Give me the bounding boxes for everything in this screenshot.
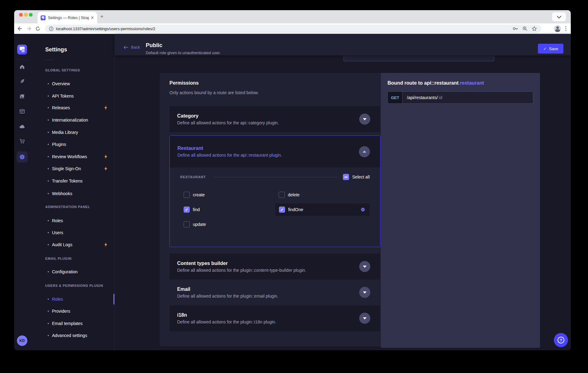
route-param: :id bbox=[438, 95, 442, 100]
content-type-builder-icon[interactable] bbox=[14, 108, 30, 114]
expand-button[interactable] bbox=[359, 114, 370, 125]
create-checkbox[interactable] bbox=[184, 192, 190, 198]
home-icon[interactable] bbox=[14, 64, 30, 70]
save-button[interactable]: ✓ Save bbox=[538, 44, 563, 54]
zoom-page-icon[interactable] bbox=[522, 26, 527, 31]
sidebar-item-plugins[interactable]: Plugins bbox=[30, 139, 115, 150]
media-library-icon[interactable] bbox=[14, 94, 30, 100]
new-tab-button[interactable]: + bbox=[100, 14, 104, 20]
permission-create[interactable]: create bbox=[180, 192, 275, 198]
tab-close-icon[interactable]: ✕ bbox=[91, 15, 94, 20]
description-field-bottom-edge[interactable] bbox=[344, 55, 494, 61]
close-window-button[interactable] bbox=[19, 13, 23, 17]
sidebar-item-single-sign-on[interactable]: Single Sign-On bbox=[30, 163, 115, 174]
sidebar-item-up-roles[interactable]: Roles bbox=[30, 294, 115, 305]
sidebar-item-configuration[interactable]: Configuration bbox=[30, 266, 115, 277]
sidebar-item-media-library[interactable]: Media Library bbox=[30, 127, 115, 138]
rail-divider bbox=[17, 60, 28, 60]
deployments-cloud-icon[interactable] bbox=[14, 123, 30, 130]
bullet-icon bbox=[48, 323, 49, 324]
accordion-restaurant-header[interactable]: Restaurant Define all allowed actions fo… bbox=[170, 136, 380, 167]
accordion-i18n[interactable]: i18n Define all allowed actions for the … bbox=[169, 305, 380, 331]
sidebar-item-providers[interactable]: Providers bbox=[30, 306, 115, 317]
sidebar-item-internationalization[interactable]: Internationalization bbox=[30, 114, 115, 126]
zoom-window-button[interactable] bbox=[29, 13, 33, 17]
sidebar-item-audit-logs[interactable]: Audit Logs bbox=[30, 239, 115, 250]
permission-update[interactable]: update bbox=[180, 221, 275, 227]
collapse-button[interactable] bbox=[359, 146, 370, 157]
password-key-icon[interactable] bbox=[513, 26, 518, 31]
bound-route-title: Bound route to api::restaurant.restauran… bbox=[387, 80, 533, 86]
settings-nav-item[interactable] bbox=[17, 151, 28, 162]
update-checkbox[interactable] bbox=[184, 221, 190, 227]
accordion-content-types-builder[interactable]: Content types builder Define all allowed… bbox=[169, 254, 380, 279]
route-display: GET /api/restaurants/:id bbox=[387, 91, 533, 104]
accordion-category[interactable]: Category Define all allowed actions for … bbox=[169, 106, 380, 132]
bullet-icon bbox=[48, 168, 49, 169]
sidebar-item-review-workflows[interactable]: Review Workflows bbox=[30, 151, 115, 162]
sidebar-item-api-tokens[interactable]: API Tokens bbox=[30, 90, 115, 102]
accordion-email[interactable]: Email Define all allowed actions for the… bbox=[169, 279, 380, 305]
chevron-down-icon bbox=[363, 317, 367, 319]
main-nav-rail: KD bbox=[14, 34, 30, 350]
arrow-left-icon bbox=[124, 46, 129, 49]
chevron-down-icon bbox=[557, 14, 561, 18]
bullet-icon bbox=[48, 311, 49, 312]
sidebar-item-advanced-settings[interactable]: Advanced settings bbox=[30, 330, 115, 341]
select-all-checkbox[interactable] bbox=[343, 174, 349, 180]
sidebar-item-overview[interactable]: Overview bbox=[30, 78, 115, 89]
permission-findone-selected[interactable]: ✓ findOne bbox=[275, 203, 370, 216]
sidebar-item-admin-roles[interactable]: Roles bbox=[30, 215, 115, 226]
delete-checkbox[interactable] bbox=[279, 192, 285, 198]
http-method-badge: GET bbox=[388, 92, 403, 103]
sidebar-item-users[interactable]: Users bbox=[30, 227, 115, 238]
expand-button[interactable] bbox=[359, 313, 370, 324]
permissions-panel: Permissions Only actions bound by a rout… bbox=[160, 73, 390, 346]
findone-checkbox[interactable]: ✓ bbox=[279, 207, 285, 213]
sidebar-item-webhooks[interactable]: Webhooks bbox=[30, 188, 115, 199]
sidebar-item-releases[interactable]: Releases bbox=[30, 102, 115, 113]
sidebar-item-email-templates[interactable]: Email templates bbox=[30, 318, 115, 329]
reload-button[interactable] bbox=[34, 23, 42, 34]
site-info-icon[interactable] bbox=[49, 26, 54, 31]
back-button[interactable] bbox=[15, 23, 24, 34]
select-all-control[interactable]: Select all bbox=[343, 174, 370, 180]
forward-button[interactable] bbox=[25, 23, 33, 34]
route-title-suffix: .restaurant bbox=[459, 80, 484, 86]
permission-delete[interactable]: delete bbox=[275, 192, 370, 198]
tab-title: Settings — Roles | Strapi bbox=[48, 16, 89, 20]
browser-toolbar: localhost:1337/admin/settings/users-perm… bbox=[14, 23, 571, 34]
minimize-window-button[interactable] bbox=[24, 13, 28, 17]
permission-find[interactable]: ✓ find bbox=[180, 207, 275, 213]
url-bar[interactable]: localhost:1337/admin/settings/users-perm… bbox=[45, 25, 541, 33]
strapi-logo[interactable] bbox=[17, 45, 27, 54]
marketplace-cart-icon[interactable] bbox=[14, 138, 30, 144]
lightning-icon bbox=[104, 166, 108, 171]
user-avatar[interactable]: KD bbox=[17, 335, 27, 346]
bullet-icon bbox=[48, 144, 49, 145]
page-header: Back Public Default role given to unauth… bbox=[115, 34, 571, 55]
bullet-icon bbox=[48, 220, 49, 221]
back-link[interactable]: Back bbox=[124, 45, 140, 50]
bullet-icon bbox=[48, 180, 49, 182]
bookmark-star-icon[interactable] bbox=[532, 26, 537, 31]
tab-search-chevron-button[interactable] bbox=[552, 12, 566, 21]
content-manager-feather-icon[interactable] bbox=[14, 78, 30, 84]
browser-profile-avatar[interactable] bbox=[554, 25, 561, 32]
bullet-icon bbox=[48, 95, 49, 97]
browser-menu-icon[interactable] bbox=[565, 26, 566, 31]
restaurant-permissions-body: RESTAURANT Select all bbox=[170, 167, 380, 247]
findone-settings-gear-icon[interactable] bbox=[360, 207, 365, 212]
browser-tab[interactable]: Settings — Roles | Strapi ✕ bbox=[38, 12, 97, 23]
expand-button[interactable] bbox=[359, 287, 370, 298]
lightning-icon bbox=[104, 105, 108, 110]
lightning-icon bbox=[104, 154, 108, 159]
find-checkbox[interactable]: ✓ bbox=[184, 207, 190, 213]
browser-window: Settings — Roles | Strapi ✕ + localhost:… bbox=[14, 10, 571, 350]
help-button[interactable]: ? bbox=[554, 333, 568, 347]
section-header-global-settings: GLOBAL SETTINGS bbox=[45, 68, 80, 72]
scroll-area[interactable]: Permissions Only actions bound by a rout… bbox=[115, 55, 571, 350]
bullet-icon bbox=[48, 83, 49, 84]
expand-button[interactable] bbox=[359, 261, 370, 272]
sidebar-item-transfer-tokens[interactable]: Transfer Tokens bbox=[30, 175, 115, 186]
